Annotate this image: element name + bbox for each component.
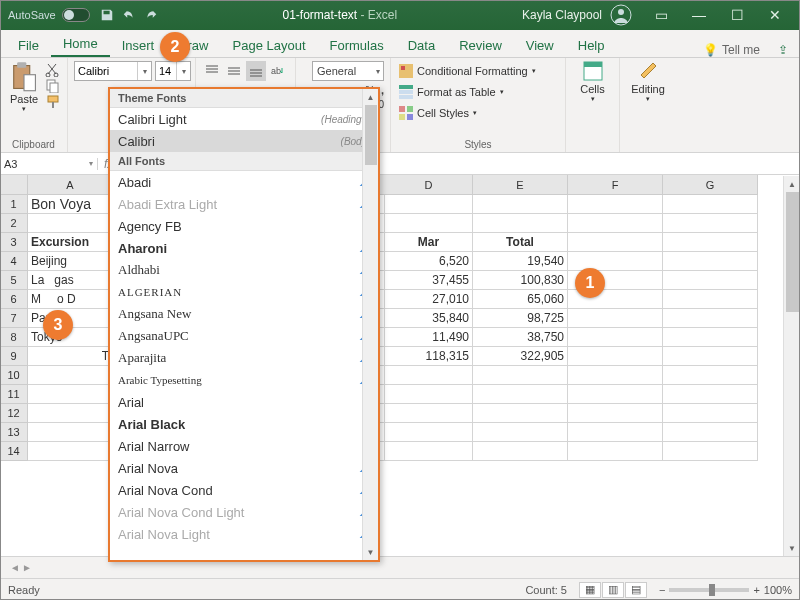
font-option[interactable]: Aparajita☁ bbox=[110, 347, 378, 369]
font-option[interactable]: Abadi Extra Light☁ bbox=[110, 193, 378, 215]
font-size-combo[interactable]: ▾ bbox=[155, 61, 191, 81]
normal-view-icon[interactable]: ▦ bbox=[579, 582, 601, 598]
scroll-up-icon: ▲ bbox=[363, 89, 378, 105]
font-option[interactable]: Arial Nova☁ bbox=[110, 457, 378, 479]
redo-icon[interactable] bbox=[144, 8, 158, 22]
svg-point-1 bbox=[618, 9, 624, 15]
svg-rect-16 bbox=[399, 95, 413, 99]
svg-rect-10 bbox=[52, 102, 54, 108]
close-icon[interactable]: ✕ bbox=[758, 3, 792, 27]
font-option[interactable]: AngsanaUPC☁ bbox=[110, 325, 378, 347]
minimize-icon[interactable]: — bbox=[682, 3, 716, 27]
svg-rect-14 bbox=[399, 85, 413, 89]
autosave-toggle[interactable] bbox=[62, 8, 90, 22]
tab-review[interactable]: Review bbox=[447, 34, 514, 57]
font-option[interactable]: Algerian☁ bbox=[110, 281, 378, 303]
paste-button[interactable]: Paste▾ bbox=[6, 61, 42, 113]
row-9[interactable]: 9 bbox=[0, 347, 28, 366]
status-count: Count: 5 bbox=[525, 584, 567, 596]
font-option[interactable]: Arial Narrow bbox=[110, 435, 378, 457]
font-option[interactable]: Calibri Light(Headings) bbox=[110, 108, 378, 130]
font-option[interactable]: Arabic Typesetting☁ bbox=[110, 369, 378, 391]
status-ready: Ready bbox=[8, 584, 40, 596]
col-G[interactable]: G bbox=[663, 175, 758, 195]
row-14[interactable]: 14 bbox=[0, 442, 28, 461]
tab-view[interactable]: View bbox=[514, 34, 566, 57]
autosave-label: AutoSave bbox=[8, 9, 56, 21]
font-option[interactable]: Abadi☁ bbox=[110, 171, 378, 193]
vertical-scrollbar[interactable]: ▲▼ bbox=[783, 176, 800, 556]
row-5[interactable]: 5 bbox=[0, 271, 28, 290]
font-name-combo[interactable]: ▾ bbox=[74, 61, 152, 81]
cells-button[interactable]: Cells▾ bbox=[572, 61, 613, 103]
scroll-down-icon: ▼ bbox=[363, 544, 378, 560]
align-middle-icon[interactable] bbox=[224, 61, 244, 81]
copy-icon[interactable] bbox=[45, 79, 61, 93]
row-2[interactable]: 2 bbox=[0, 214, 28, 233]
save-icon[interactable] bbox=[100, 8, 114, 22]
ribbon-options-icon[interactable]: ▭ bbox=[644, 3, 678, 27]
font-option[interactable]: Aldhabi☁ bbox=[110, 259, 378, 281]
title-bar: AutoSave 01-format-text - Excel Kayla Cl… bbox=[0, 0, 800, 30]
editing-button[interactable]: Editing▾ bbox=[626, 61, 670, 103]
row-13[interactable]: 13 bbox=[0, 423, 28, 442]
group-clipboard: Clipboard bbox=[6, 139, 61, 152]
row-10[interactable]: 10 bbox=[0, 366, 28, 385]
format-as-table-button[interactable]: Format as Table▾ bbox=[397, 82, 538, 102]
font-dropdown-arrow: ▾ bbox=[137, 62, 151, 80]
tab-home[interactable]: Home bbox=[51, 32, 110, 57]
row-4[interactable]: 4 bbox=[0, 252, 28, 271]
maximize-icon[interactable]: ☐ bbox=[720, 3, 754, 27]
col-D[interactable]: D bbox=[385, 175, 473, 195]
tab-file[interactable]: File bbox=[6, 34, 51, 57]
row-7[interactable]: 7 bbox=[0, 309, 28, 328]
row-3[interactable]: 3 bbox=[0, 233, 28, 252]
cut-icon[interactable] bbox=[45, 63, 61, 77]
tab-data[interactable]: Data bbox=[396, 34, 447, 57]
font-option[interactable]: Arial Black bbox=[110, 413, 378, 435]
font-option[interactable]: Arial bbox=[110, 391, 378, 413]
zoom-control[interactable]: −+ 100% bbox=[659, 584, 792, 596]
share-icon[interactable]: ⇪ bbox=[766, 43, 800, 57]
row-12[interactable]: 12 bbox=[0, 404, 28, 423]
font-option[interactable]: Arial Nova Light☁ bbox=[110, 523, 378, 545]
svg-rect-3 bbox=[17, 62, 26, 68]
row-6[interactable]: 6 bbox=[0, 290, 28, 309]
row-11[interactable]: 11 bbox=[0, 385, 28, 404]
tab-insert[interactable]: Insert bbox=[110, 34, 167, 57]
font-option[interactable]: Agency FB bbox=[110, 215, 378, 237]
tab-page-layout[interactable]: Page Layout bbox=[221, 34, 318, 57]
font-option[interactable]: Aharoni☁ bbox=[110, 237, 378, 259]
tell-me[interactable]: 💡Tell me bbox=[703, 43, 766, 57]
conditional-formatting-button[interactable]: Conditional Formatting▾ bbox=[397, 61, 538, 81]
align-top-icon[interactable] bbox=[202, 61, 222, 81]
undo-icon[interactable] bbox=[122, 8, 136, 22]
tab-formulas[interactable]: Formulas bbox=[318, 34, 396, 57]
page-layout-view-icon[interactable]: ▥ bbox=[602, 582, 624, 598]
cell-styles-button[interactable]: Cell Styles▾ bbox=[397, 103, 538, 123]
avatar-icon bbox=[610, 4, 632, 26]
font-option[interactable]: Arial Nova Cond Light☁ bbox=[110, 501, 378, 523]
user-block[interactable]: Kayla Claypool bbox=[522, 4, 632, 26]
tab-help[interactable]: Help bbox=[566, 34, 617, 57]
row-8[interactable]: 8 bbox=[0, 328, 28, 347]
font-option[interactable]: Arial Nova Cond☁ bbox=[110, 479, 378, 501]
row-1[interactable]: 1 bbox=[0, 195, 28, 214]
font-option[interactable]: Angsana New☁ bbox=[110, 303, 378, 325]
font-option[interactable]: Calibri(Body) bbox=[110, 130, 378, 152]
page-break-view-icon[interactable]: ▤ bbox=[625, 582, 647, 598]
callout-3: 3 bbox=[43, 310, 73, 340]
status-bar: Ready Count: 5 ▦ ▥ ▤ −+ 100% bbox=[0, 578, 800, 600]
align-bottom-icon[interactable] bbox=[246, 61, 266, 81]
dropdown-scrollbar[interactable]: ▲ ▼ bbox=[362, 89, 378, 560]
wrap-text-icon[interactable]: ab bbox=[268, 61, 288, 81]
name-box[interactable]: A3▾ bbox=[0, 158, 98, 170]
number-format-combo[interactable]: General▾ bbox=[312, 61, 384, 81]
format-painter-icon[interactable] bbox=[45, 95, 61, 109]
col-F[interactable]: F bbox=[568, 175, 663, 195]
font-dropdown[interactable]: Theme Fonts Calibri Light(Headings)Calib… bbox=[108, 87, 380, 562]
col-A[interactable]: A bbox=[28, 175, 113, 195]
col-E[interactable]: E bbox=[473, 175, 568, 195]
window-controls: ▭ — ☐ ✕ bbox=[644, 3, 792, 27]
comma-icon[interactable]: , bbox=[381, 84, 384, 96]
